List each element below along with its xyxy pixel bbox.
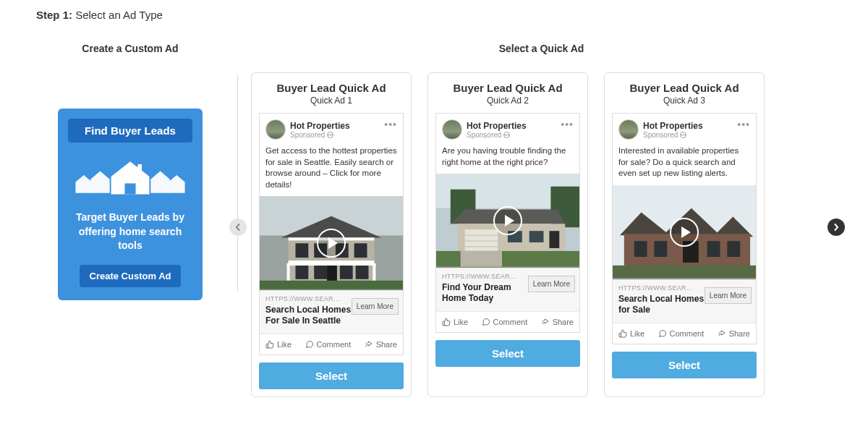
sponsored-label: Sponsored [643,131,703,139]
more-options-button[interactable]: ••• [384,121,397,128]
quick-ad-heading: Select a Quick Ad [251,43,832,54]
svg-rect-33 [549,231,559,248]
card-title: Buyer Lead Quick Ad [259,82,404,94]
comment-button[interactable]: Comment [482,318,528,326]
svg-rect-45 [707,241,720,257]
svg-rect-17 [287,263,376,266]
ad-body-text: Are you having trouble finding the right… [436,144,579,174]
page-avatar [265,119,286,140]
facebook-preview: Hot Properties Sponsored ••• Interested … [612,113,757,344]
svg-rect-18 [287,263,290,282]
learn-more-button[interactable]: Learn More [352,298,399,315]
carousel-next-button[interactable] [827,218,845,236]
svg-rect-32 [529,231,544,242]
ad-body-text: Get access to the hottest properties for… [260,144,403,196]
svg-rect-0 [124,183,135,194]
svg-rect-34 [436,251,579,267]
facebook-preview: Hot Properties Sponsored ••• Are you hav… [435,113,580,333]
svg-rect-10 [354,243,367,258]
page-avatar [442,119,462,140]
globe-icon [503,132,510,138]
quick-ad-card: Buyer Lead Quick Ad Quick Ad 3 Hot Prope… [604,72,765,397]
link-title: Search Local Homes for Sale [618,294,705,315]
ad-media[interactable] [436,174,579,268]
link-title: Find Your Dream Home Today [442,282,529,304]
step-title: Step 1: Select an Ad Type [36,9,832,21]
svg-rect-42 [634,241,647,257]
select-button[interactable]: Select [259,362,404,389]
quick-ad-carousel: Buyer Lead Quick Ad Quick Ad 1 Hot Prope… [251,72,832,397]
more-options-button[interactable]: ••• [561,121,574,128]
svg-rect-7 [295,243,308,258]
sponsored-label: Sponsored [467,131,527,139]
quick-ad-card: Buyer Lead Quick Ad Quick Ad 1 Hot Prope… [251,72,412,397]
svg-rect-1 [137,164,142,171]
step-text: Select an Ad Type [75,9,163,21]
card-subtitle: Quick Ad 2 [435,96,580,106]
card-title: Buyer Lead Quick Ad [435,82,580,94]
svg-rect-15 [340,265,353,279]
page-name: Hot Properties [643,121,703,131]
svg-rect-47 [613,265,756,278]
houses-icon [68,154,192,198]
facebook-preview: Hot Properties Sponsored ••• Get access … [259,113,404,355]
select-button[interactable]: Select [612,352,757,378]
page-name: Hot Properties [467,121,527,131]
page-name: Hot Properties [290,121,350,131]
create-custom-ad-button[interactable]: Create Custom Ad [80,265,182,287]
custom-ad-card: Find Buyer Leads [58,109,203,300]
card-subtitle: Quick Ad 1 [259,96,404,106]
step-label: Step 1: [36,9,72,21]
like-button[interactable]: Like [618,329,644,338]
svg-rect-19 [373,263,375,282]
share-button[interactable]: Share [365,340,397,349]
carousel-prev-button[interactable] [229,218,247,236]
svg-rect-12 [295,265,308,279]
svg-rect-35 [461,251,502,267]
sponsored-label: Sponsored [290,131,350,139]
like-button[interactable]: Like [442,318,468,326]
globe-icon [327,132,333,138]
svg-rect-14 [327,265,337,282]
learn-more-button[interactable]: Learn More [705,287,752,304]
svg-rect-11 [289,260,375,263]
svg-rect-16 [356,265,369,279]
comment-button[interactable]: Comment [658,329,705,338]
learn-more-button[interactable]: Learn More [528,276,575,292]
custom-card-title: Find Buyer Leads [68,119,192,143]
like-button[interactable]: Like [265,340,292,349]
svg-rect-27 [465,229,498,251]
svg-rect-43 [654,241,667,257]
card-title: Buyer Lead Quick Ad [612,82,757,94]
svg-rect-46 [727,241,740,257]
share-button[interactable]: Share [541,318,574,326]
play-icon [317,229,346,258]
ad-body-text: Interested in available properties for s… [613,144,756,185]
card-subtitle: Quick Ad 3 [612,96,757,106]
play-icon [670,218,699,247]
vertical-divider [237,75,238,292]
globe-icon [680,132,686,138]
link-title: Search Local Homes For Sale In Seattle [265,305,352,326]
quick-ad-card: Buyer Lead Quick Ad Quick Ad 2 Hot Prope… [427,72,588,397]
ad-media[interactable] [613,185,756,279]
comment-button[interactable]: Comment [305,340,352,349]
svg-rect-20 [260,281,403,289]
select-button[interactable]: Select [435,340,580,367]
custom-card-tagline: Target Buyer Leads by offering home sear… [68,211,192,253]
share-button[interactable]: Share [718,329,750,338]
svg-rect-13 [314,265,327,279]
create-custom-heading: Create a Custom Ad [36,43,224,54]
play-icon [493,206,522,235]
more-options-button[interactable]: ••• [737,121,750,128]
ad-media[interactable] [260,196,403,290]
page-avatar [618,119,639,140]
